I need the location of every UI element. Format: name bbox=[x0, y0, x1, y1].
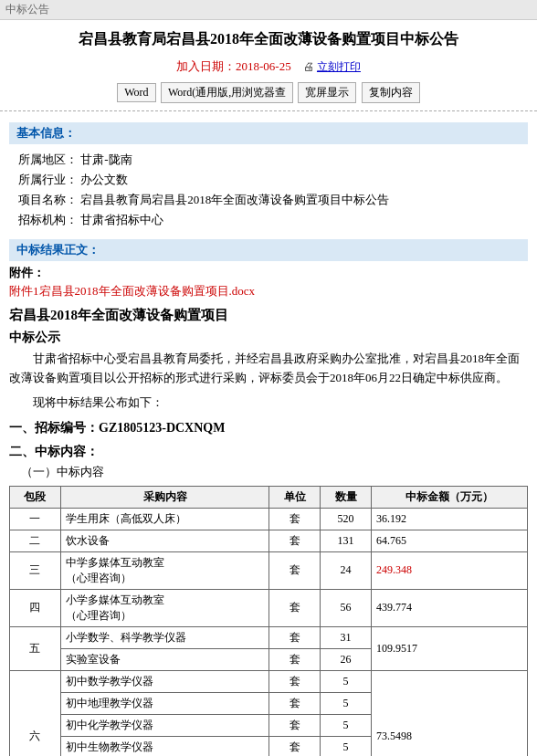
content-6a: 初中数学教学仪器 bbox=[60, 670, 268, 692]
qty-6d: 5 bbox=[321, 736, 372, 756]
table-row: 三 中学多媒体互动教室 （心理咨询） 套 24 249.348 bbox=[10, 551, 528, 589]
project-name-row: 项目名称： 宕昌县教育局宕昌县2018年全面改薄设备购置项目中标公告 bbox=[18, 190, 519, 210]
table-row: 五 小学数学、科学教学仪器 套 31 109.9517 bbox=[10, 626, 528, 648]
agency-row: 招标机构： 甘肃省招标中心 bbox=[18, 210, 519, 230]
unit-2: 套 bbox=[269, 530, 321, 551]
basic-info-table: 所属地区： 甘肃-陇南 所属行业： 办公文数 项目名称： 宕昌县教育局宕昌县20… bbox=[9, 148, 528, 232]
doc-main-title: 宕昌县2018年全面改薄设备购置项目 bbox=[9, 307, 528, 324]
attachment-link-row: 附件1宕昌县2018年全面改薄设备购置项目.docx bbox=[9, 283, 528, 299]
qty-1: 520 bbox=[321, 508, 372, 530]
table-row: 六 初中数学教学仪器 套 5 73.5498 bbox=[10, 670, 528, 692]
table-row: 四 小学多媒体互动教室 （心理咨询） 套 56 439.774 bbox=[10, 589, 528, 626]
pkg-1: 一 bbox=[10, 508, 61, 530]
content-6b: 初中地理教学仪器 bbox=[60, 692, 268, 714]
pkg-2: 二 bbox=[10, 530, 61, 551]
doc-para-2: 现将中标结果公布如下： bbox=[9, 394, 528, 413]
unit-5a: 套 bbox=[269, 626, 321, 648]
attachment-link[interactable]: 附件1宕昌县2018年全面改薄设备购置项目.docx bbox=[9, 284, 255, 298]
print-icon: 🖨 bbox=[303, 60, 314, 73]
unit-5b: 套 bbox=[269, 648, 321, 670]
qty-5b: 26 bbox=[321, 648, 372, 670]
amount-3: 249.348 bbox=[372, 551, 528, 589]
pkg-3: 三 bbox=[10, 551, 61, 589]
col-pkg: 包段 bbox=[10, 486, 61, 508]
col-unit: 单位 bbox=[269, 486, 321, 508]
bid-table: 包段 采购内容 单位 数量 中标金额（万元） 一 学生用床（高低双人床） 套 5… bbox=[9, 486, 528, 756]
pkg-6: 六 bbox=[10, 670, 61, 756]
content-5b: 实验室设备 bbox=[60, 648, 268, 670]
region-row: 所属地区： 甘肃-陇南 bbox=[18, 150, 519, 170]
copy-button[interactable]: 复制内容 bbox=[362, 82, 420, 103]
col-amount: 中标金额（万元） bbox=[372, 486, 528, 508]
amount-6: 73.5498 bbox=[372, 670, 528, 756]
pkg-5: 五 bbox=[10, 626, 61, 670]
unit-4: 套 bbox=[269, 589, 321, 626]
doc-sub-title: 中标公示 bbox=[9, 330, 528, 346]
table-row: 一 学生用床（高低双人床） 套 520 36.192 bbox=[10, 508, 528, 530]
col-content: 采购内容 bbox=[60, 486, 268, 508]
content-4: 小学多媒体互动教室 （心理咨询） bbox=[60, 589, 268, 626]
qty-6a: 5 bbox=[321, 670, 372, 692]
print-label[interactable]: 立刻打印 bbox=[317, 60, 361, 73]
content-1: 学生用床（高低双人床） bbox=[60, 508, 268, 530]
industry-row: 所属行业： 办公文数 bbox=[18, 170, 519, 190]
unit-6a: 套 bbox=[269, 670, 321, 692]
unit-1: 套 bbox=[269, 508, 321, 530]
basic-info-header: 基本信息： bbox=[9, 122, 528, 144]
unit-6b: 套 bbox=[269, 692, 321, 714]
unit-6c: 套 bbox=[269, 714, 321, 736]
amount-2: 64.765 bbox=[372, 530, 528, 551]
qty-3: 24 bbox=[321, 551, 372, 589]
unit-6d: 套 bbox=[269, 736, 321, 756]
content-5a: 小学数学、科学教学仪器 bbox=[60, 626, 268, 648]
content-6d: 初中生物教学仪器 bbox=[60, 736, 268, 756]
winner-section-header: 中标结果正文： bbox=[9, 239, 528, 261]
content-2: 饮水设备 bbox=[60, 530, 268, 551]
top-bar-label: 中标公告 bbox=[5, 3, 49, 16]
date-label: 加入日期：2018-06-25 bbox=[176, 59, 291, 73]
section-1-title: 一、招标编号：GZ1805123-DCXNQM bbox=[9, 420, 528, 436]
pkg-4: 四 bbox=[10, 589, 61, 626]
amount-1: 36.192 bbox=[372, 508, 528, 530]
table-header-row: 包段 采购内容 单位 数量 中标金额（万元） bbox=[10, 486, 528, 508]
qty-4: 56 bbox=[321, 589, 372, 626]
qty-5a: 31 bbox=[321, 626, 372, 648]
qty-2: 131 bbox=[321, 530, 372, 551]
amount-5: 109.9517 bbox=[372, 626, 528, 670]
word-button[interactable]: Word bbox=[117, 83, 155, 102]
table-row: 二 饮水设备 套 131 64.765 bbox=[10, 530, 528, 551]
qty-6b: 5 bbox=[321, 692, 372, 714]
button-row: Word Word(通用版,用浏览器查 宽屏显示 复制内容 bbox=[0, 79, 537, 111]
top-bar: 中标公告 bbox=[0, 0, 537, 20]
unit-3: 套 bbox=[269, 551, 321, 589]
col-qty: 数量 bbox=[321, 486, 372, 508]
doc-para-1: 甘肃省招标中心受宕昌县教育局委托，并经宕昌县政府采购办公室批准，对宕昌县2018… bbox=[9, 350, 528, 388]
attachment-label: 附件： bbox=[9, 265, 528, 281]
content-3: 中学多媒体互动教室 （心理咨询） bbox=[60, 551, 268, 589]
qty-6c: 5 bbox=[321, 714, 372, 736]
wide-display-button[interactable]: 宽屏显示 bbox=[298, 82, 356, 103]
sub-section-title: （一）中标内容 bbox=[9, 464, 528, 480]
word-universal-button[interactable]: Word(通用版,用浏览器查 bbox=[161, 82, 293, 103]
amount-4: 439.774 bbox=[372, 589, 528, 626]
content-6c: 初中化学教学仪器 bbox=[60, 714, 268, 736]
section-2-title: 二、中标内容： bbox=[9, 444, 528, 460]
main-title: 宕昌县教育局宕昌县2018年全面改薄设备购置项目中标公告 bbox=[0, 20, 537, 55]
